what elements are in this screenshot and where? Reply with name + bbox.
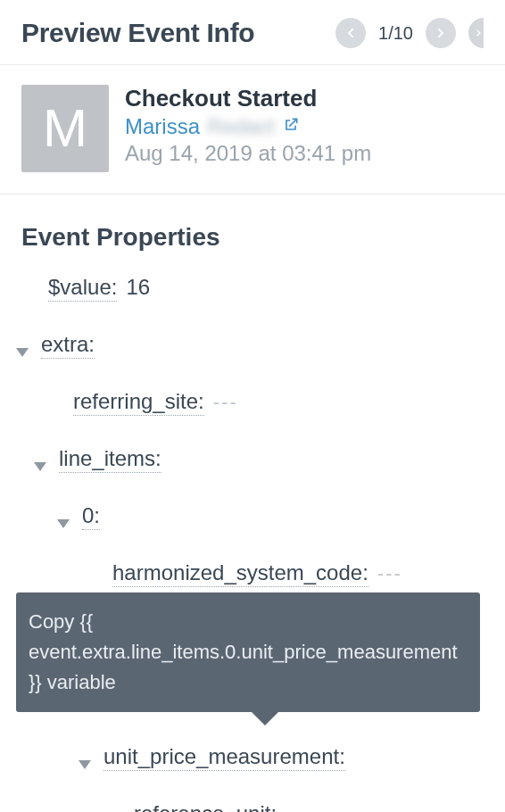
pager-last-button[interactable] (468, 18, 484, 48)
prop-key[interactable]: unit_price_measurement: (103, 744, 345, 771)
page-title: Preview Event Info (21, 18, 254, 48)
prop-row-index-0: 0: (16, 503, 489, 530)
prop-row-value: $value: 16 (16, 275, 489, 302)
chevron-right-icon (474, 26, 484, 40)
pager-prev-button[interactable] (335, 18, 366, 48)
prop-key[interactable]: referring_site: (73, 389, 204, 416)
prop-empty: --- (377, 562, 402, 585)
prop-key[interactable]: harmonized_system_code: (112, 560, 368, 587)
avatar: M (21, 85, 109, 172)
prop-value: 16 (126, 275, 150, 300)
prop-row-extra: extra: (16, 332, 489, 359)
prop-row-unit-price-measurement: unit_price_measurement: (16, 744, 489, 771)
caret-toggle[interactable] (57, 519, 70, 528)
copy-variable-tooltip[interactable]: Copy {{ event.extra.line_items.0.unit_pr… (16, 592, 480, 712)
event-summary: M Checkout Started Marissa Redact Aug 14… (0, 65, 505, 195)
chevron-left-icon (344, 26, 358, 40)
prop-row-harmonized-system-code: harmonized_system_code: --- (16, 560, 489, 587)
user-link[interactable]: Marissa Redact (125, 114, 484, 139)
prop-key[interactable]: 0: (82, 503, 100, 530)
section-title-properties: Event Properties (16, 223, 489, 252)
prop-key[interactable]: reference_unit: (134, 801, 277, 812)
prop-key[interactable]: $value: (48, 275, 117, 302)
prop-empty: --- (286, 803, 310, 812)
prop-key[interactable]: line_items: (59, 446, 161, 473)
event-name: Checkout Started (125, 85, 484, 112)
caret-toggle[interactable] (16, 348, 29, 357)
caret-toggle[interactable] (79, 760, 91, 769)
chevron-right-icon (434, 26, 448, 40)
caret-toggle[interactable] (34, 462, 46, 471)
pager: 1/10 (335, 18, 484, 48)
prop-row-referring-site: referring_site: --- (16, 389, 489, 416)
user-first-name: Marissa (125, 114, 200, 139)
prop-empty: --- (213, 391, 238, 414)
event-timestamp: Aug 14, 2019 at 03:41 pm (125, 141, 484, 166)
prop-row-line-items: line_items: (16, 446, 489, 473)
pager-next-button[interactable] (426, 18, 456, 48)
tooltip-text: Copy {{ event.extra.line_items.0.unit_pr… (29, 610, 458, 693)
open-external-icon (282, 114, 300, 139)
prop-key[interactable]: extra: (41, 332, 95, 359)
prop-row-reference-unit: reference_unit: --- (16, 801, 489, 812)
tooltip-arrow (251, 711, 279, 725)
user-last-name: Redact (207, 114, 275, 139)
pager-position-label: 1/10 (378, 23, 413, 44)
